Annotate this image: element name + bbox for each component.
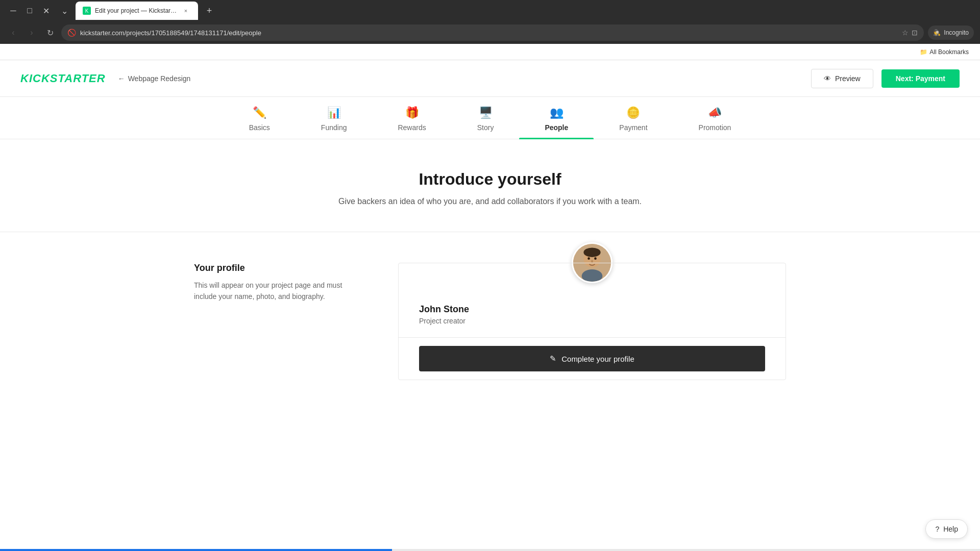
rewards-label: Rewards: [398, 123, 426, 132]
device-icon[interactable]: ⊡: [912, 29, 918, 37]
tab-title: Edit your project — Kickstarter: [95, 7, 178, 14]
profile-info: John Stone Project creator: [399, 294, 786, 338]
main-content: Introduce yourself Give backers an idea …: [0, 139, 980, 411]
preview-button[interactable]: 👁 Preview: [811, 69, 873, 88]
complete-profile-label: Complete your profile: [561, 355, 634, 363]
tab-people[interactable]: 👥 People: [519, 97, 594, 139]
people-icon: 👥: [550, 106, 564, 119]
svg-point-5: [594, 257, 597, 260]
tab-close-button[interactable]: ×: [182, 7, 190, 15]
incognito-icon: 🕵: [933, 29, 941, 36]
reload-button[interactable]: ↻: [43, 26, 57, 40]
funding-icon: 📊: [327, 106, 341, 119]
address-bar[interactable]: 🚫 kickstarter.com/projects/1705188549/17…: [61, 24, 924, 41]
profile-section-title: Your profile: [194, 263, 357, 273]
intro-description: Give backers an idea of who you are, and…: [311, 197, 669, 206]
browser-chrome: ─ □ ✕ ⌄ K Edit your project — Kickstarte…: [0, 0, 980, 60]
tab-funding[interactable]: 📊 Funding: [296, 97, 373, 139]
address-text: kickstarter.com/projects/1705188549/1748…: [80, 29, 898, 37]
nav-tabs: ✏️ Basics 📊 Funding 🎁 Rewards 🖥️ Story 👥…: [0, 97, 980, 139]
edit-icon: ✎: [550, 354, 556, 363]
back-arrow-icon: ←: [118, 74, 125, 83]
header-left: KICKSTARTER ← Webpage Redesign: [20, 72, 190, 85]
tab-promotion[interactable]: 📣 Promotion: [673, 97, 757, 139]
header-right: 👁 Preview Next: Payment: [811, 69, 960, 88]
complete-profile-button[interactable]: ✎ Complete your profile: [419, 346, 765, 371]
kickstarter-logo: KICKSTARTER: [20, 72, 106, 85]
forward-button[interactable]: ›: [24, 26, 39, 40]
incognito-label: Incognito: [944, 29, 969, 36]
people-label: People: [545, 123, 568, 132]
profile-actions: ✎ Complete your profile: [399, 338, 786, 380]
all-bookmarks-item[interactable]: 📁 All Bookmarks: [917, 47, 972, 57]
tab-payment[interactable]: 🪙 Payment: [594, 97, 673, 139]
bookmarks-bar: 📁 All Bookmarks: [0, 44, 980, 60]
payment-label: Payment: [619, 123, 647, 132]
app-header: KICKSTARTER ← Webpage Redesign 👁 Preview…: [0, 60, 980, 97]
address-bar-row: ‹ › ↻ 🚫 kickstarter.com/projects/1705188…: [0, 21, 980, 44]
profile-name: John Stone: [419, 304, 765, 315]
address-security-icons: 🚫: [67, 29, 76, 37]
window-minimize-button[interactable]: ─: [6, 4, 20, 18]
profile-description: Your profile This will appear on your pr…: [194, 263, 357, 380]
window-restore-button[interactable]: □: [22, 4, 37, 18]
all-bookmarks-label: All Bookmarks: [929, 48, 969, 56]
profile-card: John Stone Project creator ✎ Complete yo…: [398, 263, 786, 380]
browser-titlebar: ─ □ ✕ ⌄ K Edit your project — Kickstarte…: [0, 0, 980, 21]
tab-story[interactable]: 🖥️ Story: [452, 97, 520, 139]
profile-section-desc: This will appear on your project page an…: [194, 280, 357, 303]
story-icon: 🖥️: [479, 106, 493, 119]
next-payment-button[interactable]: Next: Payment: [881, 69, 960, 88]
project-name: Webpage Redesign: [128, 74, 191, 83]
profile-card-container: John Stone Project creator ✎ Complete yo…: [398, 263, 786, 380]
intro-title: Introduce yourself: [20, 170, 960, 189]
new-tab-button[interactable]: +: [202, 4, 216, 18]
promotion-icon: 📣: [708, 106, 722, 119]
tab-basics[interactable]: ✏️ Basics: [224, 97, 296, 139]
basics-icon: ✏️: [253, 106, 266, 119]
payment-icon: 🪙: [626, 106, 640, 119]
tab-dropdown-button[interactable]: ⌄: [57, 4, 71, 18]
app-wrapper: KICKSTARTER ← Webpage Redesign 👁 Preview…: [0, 60, 980, 519]
video-off-icon: 🚫: [67, 29, 76, 37]
funding-label: Funding: [321, 123, 347, 132]
story-label: Story: [477, 123, 494, 132]
back-to-project-link[interactable]: ← Webpage Redesign: [118, 74, 191, 83]
tab-rewards[interactable]: 🎁 Rewards: [372, 97, 451, 139]
window-close-button[interactable]: ✕: [39, 4, 53, 18]
incognito-button[interactable]: 🕵 Incognito: [928, 26, 974, 40]
bookmark-icon[interactable]: ☆: [902, 29, 909, 37]
preview-label: Preview: [835, 74, 861, 83]
address-right-icons: ☆ ⊡: [902, 29, 918, 37]
profile-role: Project creator: [419, 317, 765, 325]
profile-section: Your profile This will appear on your pr…: [133, 232, 847, 411]
basics-label: Basics: [249, 123, 270, 132]
window-controls: ─ □ ✕: [6, 4, 53, 18]
preview-icon: 👁: [824, 74, 831, 83]
svg-point-4: [587, 257, 590, 260]
active-tab[interactable]: K Edit your project — Kickstarter ×: [76, 2, 198, 20]
svg-point-3: [583, 247, 600, 257]
promotion-label: Promotion: [699, 123, 731, 132]
browser-toolbar-right: 🕵 Incognito: [928, 26, 974, 40]
back-button[interactable]: ‹: [6, 26, 20, 40]
bookmark-folder-icon: 📁: [920, 48, 927, 56]
tab-favicon: K: [83, 7, 91, 15]
intro-section: Introduce yourself Give backers an idea …: [0, 139, 980, 232]
rewards-icon: 🎁: [405, 106, 419, 119]
